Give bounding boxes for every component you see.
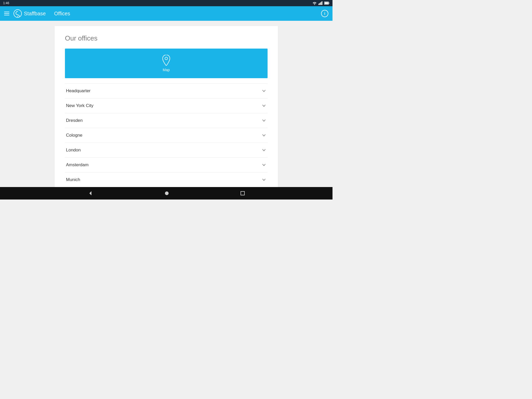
back-icon (88, 191, 93, 196)
office-name: New York City (66, 103, 94, 108)
office-list-item[interactable]: Munich (65, 172, 268, 187)
office-list-item[interactable]: Amsterdam (65, 158, 268, 172)
svg-rect-3 (322, 1, 322, 5)
offices-card: Our offices Map HeadquarterNew York City… (55, 26, 278, 187)
staffbase-logo-icon (14, 9, 22, 18)
office-name: Headquarter (66, 88, 91, 94)
nav-right: i (321, 10, 328, 17)
back-button[interactable] (88, 191, 93, 196)
office-list-item[interactable]: Dresden (65, 113, 268, 128)
nav-left: Staffbase Offices (4, 9, 70, 18)
card-title: Our offices (65, 34, 268, 42)
map-pin-icon (162, 55, 171, 66)
office-list-item[interactable]: Headquarter (65, 83, 268, 98)
chevron-down-icon (261, 118, 267, 123)
main-content: Our offices Map HeadquarterNew York City… (0, 21, 332, 187)
chevron-down-icon (261, 103, 267, 108)
info-button[interactable]: i (321, 10, 328, 17)
battery-icon (324, 2, 329, 5)
office-name: Cologne (66, 133, 82, 138)
brand-logo-container: Staffbase (14, 9, 46, 18)
office-list-item[interactable]: London (65, 143, 268, 158)
svg-rect-1 (320, 3, 320, 5)
chevron-down-icon (261, 133, 267, 138)
signal-icon (318, 1, 323, 5)
status-icons (312, 1, 329, 5)
home-button[interactable] (165, 191, 169, 195)
top-navigation: Staffbase Offices i (0, 6, 332, 21)
svg-rect-12 (241, 191, 244, 195)
wifi-icon (312, 1, 317, 5)
hamburger-menu-button[interactable] (4, 12, 9, 15)
svg-point-9 (165, 57, 168, 60)
svg-point-8 (17, 16, 18, 17)
svg-rect-2 (321, 2, 321, 5)
recent-apps-icon (241, 191, 245, 195)
svg-rect-0 (318, 4, 319, 5)
recent-apps-button[interactable] (241, 191, 245, 195)
chevron-down-icon (261, 148, 267, 153)
map-button-label: Map (163, 68, 170, 72)
map-button[interactable]: Map (65, 49, 268, 78)
home-icon (165, 191, 169, 195)
chevron-down-icon (261, 88, 267, 94)
office-name: Amsterdam (66, 162, 89, 168)
svg-point-11 (165, 191, 169, 195)
svg-rect-5 (329, 3, 329, 4)
office-name: Munich (66, 177, 80, 182)
chevron-down-icon (261, 177, 267, 182)
chevron-down-icon (261, 162, 267, 168)
status-time: 1:46 (3, 1, 9, 5)
brand-name: Staffbase (24, 11, 46, 17)
status-bar: 1:46 (0, 0, 332, 6)
svg-marker-10 (89, 191, 91, 195)
office-name: London (66, 148, 81, 153)
office-list-item[interactable]: New York City (65, 98, 268, 113)
office-list: HeadquarterNew York CityDresdenCologneLo… (65, 83, 268, 187)
bottom-navigation (0, 187, 332, 200)
office-list-item[interactable]: Cologne (65, 128, 268, 143)
svg-rect-6 (325, 2, 328, 4)
page-title: Offices (54, 11, 70, 17)
office-name: Dresden (66, 118, 83, 123)
